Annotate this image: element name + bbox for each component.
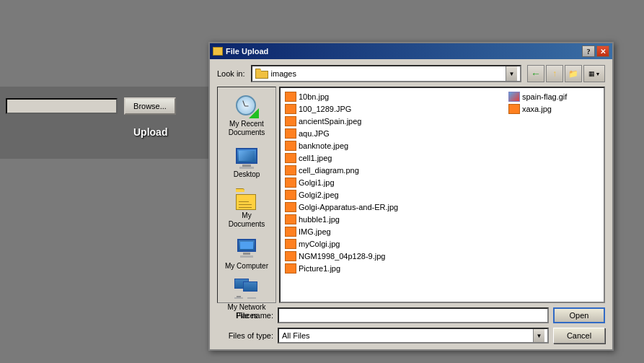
mydocs-icon bbox=[234, 185, 259, 210]
list-item[interactable]: IMG.jpeg bbox=[283, 226, 507, 237]
list-item[interactable]: myColgi.jpg bbox=[283, 238, 507, 250]
file-jpg-icon bbox=[285, 128, 296, 139]
file-input-display[interactable] bbox=[6, 98, 118, 114]
filetype-value: All Files bbox=[282, 331, 310, 340]
dialog-titlebar: File Upload ? ✕ bbox=[210, 43, 612, 59]
list-item[interactable]: ancientSpain.jpeg bbox=[283, 115, 507, 127]
file-gif-icon bbox=[508, 92, 520, 102]
file-jpg-icon bbox=[285, 165, 296, 175]
list-item[interactable]: Golgi2.jpeg bbox=[283, 189, 507, 201]
sidebar-item-mydocs[interactable]: MyDocuments bbox=[220, 183, 273, 231]
file-jpg-icon bbox=[285, 153, 296, 163]
filetype-combo[interactable]: All Files ▼ bbox=[278, 328, 549, 344]
filename-label: File name: bbox=[217, 311, 273, 320]
browse-button[interactable]: Browse... bbox=[124, 97, 176, 115]
back-arrow-icon: ← bbox=[531, 68, 541, 79]
list-item[interactable]: 100_1289.JPG bbox=[283, 103, 507, 115]
file-jpg-icon bbox=[285, 116, 296, 126]
newfolder-icon: 📁 bbox=[568, 69, 578, 79]
lookin-combo[interactable]: images ▼ bbox=[251, 65, 521, 82]
file-jpg-icon bbox=[285, 239, 296, 249]
toolbar-view-button[interactable]: ▦ ▼ bbox=[583, 65, 605, 82]
dialog-title-text: File Upload bbox=[226, 47, 268, 56]
sidebar-item-recent[interactable]: My RecentDocuments bbox=[220, 92, 273, 139]
lookin-value: images bbox=[271, 69, 503, 78]
file-jpg-icon bbox=[285, 263, 296, 274]
file-column-2: spain-flag.gif xaxa.jpg bbox=[507, 91, 601, 299]
folder-icon bbox=[255, 69, 268, 79]
list-item[interactable]: aqu.JPG bbox=[283, 128, 507, 139]
sidebar-desktop-label: Desktop bbox=[234, 170, 260, 178]
lookin-combo-arrow[interactable]: ▼ bbox=[506, 66, 517, 81]
mycomputer-icon bbox=[234, 236, 259, 261]
sidebar-recent-label: My RecentDocuments bbox=[229, 120, 265, 137]
toolbar-newfolder-button[interactable]: 📁 bbox=[565, 65, 582, 82]
lookin-label: Look in: bbox=[217, 69, 245, 78]
file-list[interactable]: 10bn.jpg 100_1289.JPG ancientSpain.jpeg bbox=[279, 87, 605, 303]
file-jpg-icon bbox=[285, 92, 296, 102]
file-upload-dialog: File Upload ? ✕ Look in: images ▼ bbox=[208, 42, 614, 351]
sidebar-item-desktop[interactable]: Desktop bbox=[220, 142, 273, 180]
sidebar-mycomputer-label: My Computer bbox=[225, 262, 268, 270]
upload-label: Upload bbox=[133, 126, 167, 138]
dialog-help-button[interactable]: ? bbox=[582, 45, 595, 57]
list-item[interactable]: cell_diagram.png bbox=[283, 165, 507, 176]
list-item[interactable]: cell1.jpeg bbox=[283, 152, 507, 164]
filetype-combo-arrow[interactable]: ▼ bbox=[533, 329, 544, 342]
file-column-1: 10bn.jpg 100_1289.JPG ancientSpain.jpeg bbox=[283, 91, 507, 299]
filetype-label: Files of type: bbox=[217, 331, 273, 340]
sidebar-item-mycomputer[interactable]: My Computer bbox=[220, 234, 273, 272]
dialog-close-button[interactable]: ✕ bbox=[596, 45, 609, 57]
view-icon: ▦ bbox=[588, 70, 595, 77]
file-jpg-icon bbox=[285, 141, 296, 151]
up-icon: ↑ bbox=[552, 69, 557, 79]
file-jpg-icon bbox=[285, 214, 296, 224]
file-jpg-icon bbox=[285, 227, 296, 237]
desktop-icon bbox=[234, 144, 259, 169]
list-item[interactable]: NGM1998_04p128-9.jpg bbox=[283, 250, 507, 262]
toolbar-back-button[interactable]: ← bbox=[527, 65, 544, 82]
toolbar-up-button[interactable]: ↑ bbox=[546, 65, 563, 82]
file-jpg-icon bbox=[285, 251, 296, 261]
list-item[interactable]: Picture1.jpg bbox=[283, 263, 507, 274]
list-item[interactable]: spain-flag.gif bbox=[507, 91, 601, 102]
file-jpg-icon bbox=[285, 202, 296, 212]
list-item[interactable]: 10bn.jpg bbox=[283, 91, 507, 102]
file-jpg-icon bbox=[285, 178, 296, 188]
file-jpg-icon bbox=[508, 104, 520, 114]
file-jpg-icon bbox=[285, 190, 296, 200]
list-item[interactable]: banknote.jpeg bbox=[283, 140, 507, 152]
dialog-title-icon bbox=[213, 47, 223, 56]
list-item[interactable]: Golgi1.jpg bbox=[283, 177, 507, 188]
network-icon bbox=[234, 277, 259, 302]
sidebar: My RecentDocuments Desktop bbox=[217, 87, 276, 303]
list-item[interactable]: xaxa.jpg bbox=[507, 103, 601, 115]
list-item[interactable]: Golgi-Apparatus-and-ER.jpg bbox=[283, 201, 507, 213]
cancel-button[interactable]: Cancel bbox=[553, 328, 605, 344]
recent-docs-icon bbox=[234, 94, 259, 118]
open-button[interactable]: Open bbox=[553, 307, 605, 323]
view-dropdown-icon: ▼ bbox=[596, 71, 601, 76]
file-jpg-icon bbox=[285, 104, 296, 114]
list-item[interactable]: hubble1.jpg bbox=[283, 214, 507, 225]
filename-input[interactable] bbox=[278, 307, 549, 323]
sidebar-mydocs-label: MyDocuments bbox=[229, 211, 265, 229]
